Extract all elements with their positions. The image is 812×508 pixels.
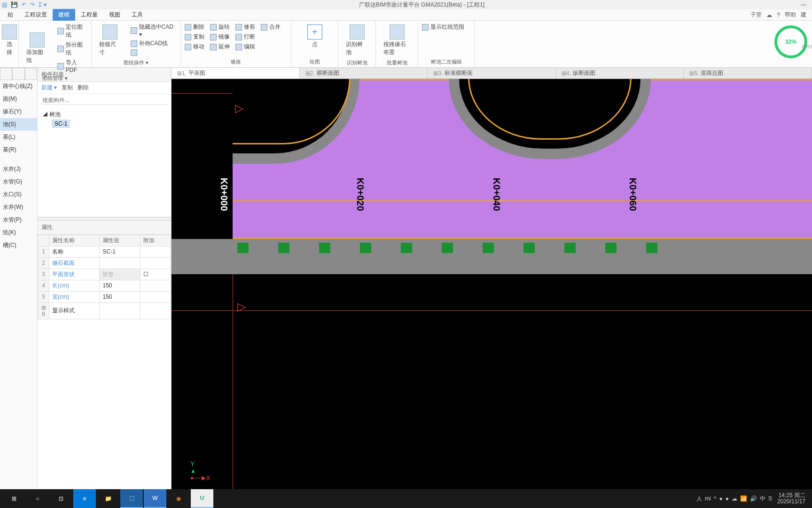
view-tab[interactable]: ⊞4. 纵断面图	[556, 68, 684, 79]
tray-icon[interactable]: ☁	[730, 495, 739, 502]
view-tab[interactable]: ⊞2. 横断面图	[300, 68, 428, 79]
nav-item[interactable]: 水管(G)	[0, 175, 37, 188]
drawing-canvas[interactable]: K0+000 K0+020 K0+040 K0+060 ▷ ▷ Y ▲ ●──▶…	[172, 79, 812, 491]
nav-item[interactable]: 水口(S)	[0, 188, 37, 201]
nav-item[interactable]: 水管(P)	[0, 214, 37, 226]
tree-root[interactable]: ◢ 树池	[42, 110, 166, 119]
app2-icon[interactable]: ◉	[167, 489, 190, 508]
taskview-button[interactable]: ⊡	[50, 489, 72, 508]
tray-icon[interactable]: mi	[703, 495, 712, 502]
import-pdf-button[interactable]: 导入PDF	[57, 58, 87, 74]
prop-value[interactable]	[100, 257, 140, 269]
cloud-icon[interactable]: ☁	[766, 12, 772, 18]
nav-item[interactable]: 缘石(Y)	[0, 105, 37, 118]
minimize-icon[interactable]: —	[797, 1, 810, 8]
cad-item3[interactable]	[131, 49, 177, 56]
wps-icon[interactable]: W	[144, 489, 166, 508]
tray-icon[interactable]: ^	[712, 495, 718, 502]
nav-item[interactable]: 池(S)	[0, 118, 37, 131]
menu-tab-tools[interactable]: 工具	[126, 9, 148, 21]
split-drawing-button[interactable]: 拆分图纸	[57, 40, 87, 57]
gma-icon[interactable]: M	[191, 489, 213, 508]
clock[interactable]: 14:25 周二 2020/11/17	[777, 492, 805, 505]
tree-pit[interactable]	[605, 243, 617, 253]
draw-cad-button[interactable]: 补画CAD线	[131, 39, 177, 48]
point-button[interactable]: + 点	[295, 23, 334, 50]
qat-redo-icon[interactable]: ↷	[30, 1, 35, 8]
nav-item[interactable]: 水井(W)	[0, 201, 37, 214]
nav-item[interactable]: 路中心线(Z)	[0, 80, 37, 93]
hide-cad-button[interactable]: 隐藏选中CAD ▾	[131, 23, 177, 38]
tray-icon[interactable]: 🔊	[749, 495, 758, 502]
identify-tree-button[interactable]: 识别树池	[342, 23, 372, 58]
tree-pit[interactable]	[564, 243, 576, 253]
new-component-button[interactable]: 新建 ▾	[41, 84, 57, 92]
add-drawing-button[interactable]: 添加图纸	[23, 23, 52, 74]
nav-item[interactable]: 水井(J)	[0, 163, 37, 175]
select-button[interactable]: 选择	[4, 23, 15, 58]
prop-value[interactable]: 矩形	[100, 269, 140, 280]
locate-drawing-button[interactable]: 定位图纸	[57, 23, 87, 40]
curb-layout-button[interactable]: 按路缘石布置	[380, 23, 414, 58]
trim-button[interactable]: 修剪	[235, 23, 255, 32]
extend-button[interactable]: 延伸	[210, 42, 230, 51]
nav-item[interactable]: 统(K)	[0, 226, 37, 239]
app-icon[interactable]: ⬚	[120, 489, 143, 508]
tree-leaf-sc1[interactable]: SC-1	[52, 119, 70, 128]
menu-tab-view[interactable]: 视图	[103, 9, 126, 21]
rotate-button[interactable]: 旋转	[210, 23, 230, 32]
copy-component-button[interactable]: 复制	[62, 84, 73, 92]
tree-pit[interactable]	[278, 243, 289, 253]
search-input[interactable]	[41, 96, 167, 105]
copy-button[interactable]: 复制	[185, 32, 204, 41]
user-label[interactable]: 子堂	[750, 11, 762, 19]
explorer-icon[interactable]: 📁	[97, 489, 119, 508]
nav-item[interactable]: 槽(C)	[0, 239, 37, 252]
break-button[interactable]: 打断	[235, 32, 255, 41]
tree-pit[interactable]	[360, 243, 371, 253]
view-tab[interactable]: ⊞5. 道路总图	[684, 68, 812, 79]
menu-tab-model[interactable]: 建模	[53, 9, 75, 21]
prop-value[interactable]: SC-1	[100, 246, 140, 257]
new-label[interactable]: 建	[801, 11, 806, 19]
view-tab[interactable]: ⊞1. 平面图	[172, 68, 300, 79]
tree-pit[interactable]	[442, 243, 453, 253]
prop-value[interactable]	[100, 302, 140, 319]
view-tab[interactable]: ⊞3. 标准横断面	[428, 68, 556, 79]
tray-icon[interactable]: 📶	[739, 495, 749, 502]
move-button[interactable]: 移动	[185, 42, 204, 51]
tray-icon[interactable]: 人	[695, 495, 703, 502]
tree-pit[interactable]	[401, 243, 412, 253]
tree-pit[interactable]	[483, 243, 494, 253]
tree-pit[interactable]	[523, 243, 535, 253]
merge-button[interactable]: 合并	[261, 23, 281, 32]
menu-tab-quantity[interactable]: 工程量	[75, 9, 103, 21]
qat-undo-icon[interactable]: ↶	[22, 1, 26, 8]
cortana-button[interactable]: ○	[26, 489, 49, 508]
nav-item[interactable]: 基(R)	[0, 143, 37, 156]
qat-sum-icon[interactable]: Σ ▾	[39, 1, 47, 8]
menu-tab-settings[interactable]: 工程设置	[19, 9, 53, 21]
edit-button[interactable]: 编辑	[235, 42, 255, 51]
tree-pit[interactable]	[319, 243, 330, 253]
prop-value[interactable]: 150	[100, 291, 140, 302]
prop-value[interactable]: 150	[100, 280, 140, 291]
tray-icon[interactable]: S	[767, 495, 773, 502]
edge-icon[interactable]: e	[73, 489, 96, 508]
qat-save-icon[interactable]: 💾	[11, 1, 18, 8]
tree-pit[interactable]	[237, 243, 249, 253]
qat-menu-icon[interactable]: ▤	[2, 1, 7, 8]
delete-button[interactable]: 删除	[185, 23, 204, 32]
start-button[interactable]: ⊞	[3, 489, 25, 508]
tree-pit[interactable]	[646, 243, 657, 253]
help-label[interactable]: 帮助	[785, 11, 796, 19]
nav-item[interactable]: 基(L)	[0, 131, 37, 143]
show-redline-button[interactable]: 显示红线范围	[422, 23, 470, 32]
tray-icon[interactable]: ●	[718, 495, 724, 502]
question-icon[interactable]: ?	[777, 12, 780, 18]
check-size-button[interactable]: 校核尺寸	[95, 23, 125, 58]
menu-tab-start[interactable]: 始	[2, 9, 19, 21]
tray-icon[interactable]: ●	[724, 495, 730, 502]
delete-component-button[interactable]: 删除	[78, 84, 89, 92]
nav-item[interactable]: 面(M)	[0, 93, 37, 105]
